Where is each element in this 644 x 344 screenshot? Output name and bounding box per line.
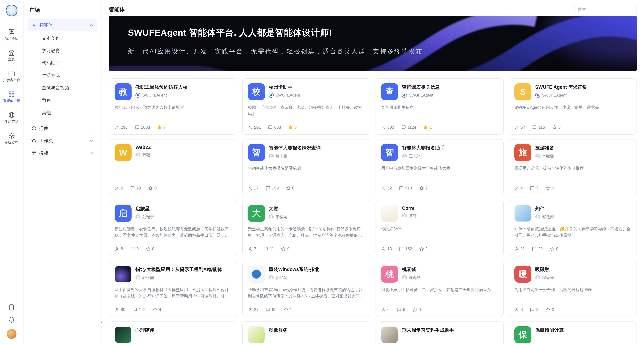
- rail-item-home[interactable]: 主页: [1, 50, 22, 61]
- user-avatar[interactable]: [7, 329, 16, 339]
- author-name: 郭忆闻: [542, 214, 554, 219]
- comment-icon: [399, 247, 404, 251]
- rail-item-eco-market[interactable]: 生态市场: [1, 112, 22, 123]
- users-count: 2: [121, 186, 123, 190]
- user-icon: [114, 186, 119, 190]
- star-stat[interactable]: 5: [288, 125, 297, 130]
- rail-item-agent-plaza[interactable]: 智能体广场: [1, 91, 22, 103]
- star-stat[interactable]: 0: [546, 186, 554, 190]
- agent-card[interactable]: 查 查询课表相关信息 SWUFEAgent 查询课表相关信息 500 1124: [376, 78, 504, 135]
- star-stat[interactable]: 2: [419, 186, 428, 190]
- agent-card-grid: 教 教职工因私预约访客入校 SWUFEAgent 教职工（因私）预约访客入校申请…: [109, 78, 637, 344]
- agent-stats: 27 199 0: [248, 186, 365, 190]
- folder-icon: [8, 70, 15, 77]
- agent-card[interactable]: W Web2Z 薛毅 2 29 0: [109, 139, 237, 195]
- agent-description: 河北小妞，性格可爱，二十岁少女，梦想是在全世界种满香菜: [381, 286, 498, 293]
- agent-card[interactable]: 大 大财 李静柔 聚焦学生高频使用的一卡通场景，以“一句话操作”替代多系统切换，…: [242, 200, 370, 256]
- comments-stat: 92: [266, 307, 276, 312]
- agent-stats: 6 8 0: [514, 307, 632, 312]
- stars-count: 0: [418, 307, 421, 312]
- tablet-icon[interactable]: [8, 304, 15, 311]
- author-avatar: [136, 275, 140, 280]
- star-stat[interactable]: 1: [284, 307, 292, 312]
- agent-author: 刘瑞宁: [136, 214, 154, 219]
- agent-icon-char: 智: [252, 147, 261, 158]
- author-avatar: [535, 93, 540, 98]
- agent-author: 郭忆闻: [269, 275, 320, 280]
- star-stat[interactable]: 0: [546, 307, 554, 312]
- star-stat[interactable]: 0: [146, 246, 154, 251]
- star-stat[interactable]: 2: [419, 246, 428, 251]
- sidebar-subitem-image-audio-video[interactable]: 图像与音视频: [28, 82, 97, 94]
- agent-card[interactable]: 桃 桃衰酱 顾晓涵 河北小妞，性格可爱，二十岁少女，梦想是在全世界种满香菜 6 …: [376, 261, 504, 317]
- sidebar-item-workflow[interactable]: 工作流: [28, 135, 97, 147]
- agent-card[interactable]: 保 保研绩测计算: [509, 321, 637, 344]
- swufe-logo[interactable]: [6, 5, 18, 16]
- comment-icon: [532, 125, 537, 130]
- agent-card[interactable]: Corm 陈杏 你的好伙计 13 152 2: [376, 200, 504, 256]
- comments-count: 116: [538, 125, 545, 130]
- star-stat[interactable]: 0: [412, 307, 421, 312]
- rail-item-developer-platform[interactable]: 开发者平台: [1, 70, 22, 82]
- agent-card[interactable]: 校 校园卡助手 SWUFEAgent 校园卡【付款码、查余额、充值、消费明细查询…: [242, 78, 370, 135]
- sidebar-item-agents[interactable]: 智能体: [28, 19, 97, 31]
- sidebar-subitem-text-creation[interactable]: 文本创作: [28, 32, 97, 45]
- star-stat[interactable]: 0: [286, 186, 294, 190]
- comment-icon: [268, 125, 272, 130]
- author-name: 郭忆闻: [142, 275, 154, 280]
- agent-card[interactable]: S SWUFE Agent 需求征集 SWUFEAgent SWUFE Agen…: [509, 78, 637, 135]
- agent-icon: [248, 326, 265, 343]
- agent-card[interactable]: 暖 暖融融 程天爱 为用户制定出一份合理、清晰的日程规划表 6 8: [509, 261, 637, 317]
- users-stat: 293: [114, 125, 128, 130]
- users-stat: 6: [514, 307, 523, 312]
- rail-item-system-admin[interactable]: 系统管理: [1, 132, 22, 144]
- agent-card[interactable]: 心理陪伴: [109, 321, 237, 344]
- star-icon: [284, 307, 288, 312]
- comment-icon: [135, 125, 140, 130]
- agent-card[interactable]: 知伴 郭忆闻 知伴：陪你把知识走通。🥳✨你的同伴型学习导师：不灌输、会引导。用小…: [509, 200, 637, 256]
- agent-card[interactable]: 教 教职工因私预约访客入校 SWUFEAgent 教职工（因私）预约访客入校申请…: [109, 78, 237, 135]
- agent-stats: 7 11 0: [248, 246, 365, 251]
- rail-label: 开发者平台: [3, 78, 20, 82]
- sidebar-collapse-button[interactable]: [99, 317, 104, 327]
- bell-icon[interactable]: [8, 316, 15, 323]
- agent-card[interactable]: 重装Windows系统-指北 郭忆闻 帮助学习重装Windows操作系统；需要进…: [242, 261, 370, 317]
- user-icon: [514, 125, 519, 130]
- agent-description: 校园卡【付款码、查余额、充值、消费明细查询、卡挂失、改密码】: [248, 104, 365, 117]
- sidebar-subitem-learning-education[interactable]: 学习教育: [28, 45, 97, 57]
- star-stat[interactable]: 0: [550, 246, 558, 251]
- sidebar-item-plugins[interactable]: 插件: [28, 122, 97, 135]
- agent-card[interactable]: 指北-大模型应用：从提示工程到AI智能体 郭忆闻 基于西南财经大学自编教材《大模…: [109, 261, 237, 317]
- agent-title: 智能体大赛报名情况查询: [269, 145, 321, 151]
- star-stat[interactable]: 0: [281, 246, 290, 251]
- star-stat[interactable]: 1: [423, 125, 432, 130]
- rail-item-new-chat[interactable]: 新建会话: [1, 29, 22, 40]
- author-name: 王志峰: [409, 154, 420, 159]
- star-stat[interactable]: 0: [148, 186, 157, 190]
- star-stat[interactable]: 3: [552, 125, 560, 130]
- sidebar-subitem-roles[interactable]: 角色: [28, 94, 97, 107]
- star-stat[interactable]: 7: [157, 125, 166, 130]
- agent-card[interactable]: 启 启蒙星 刘瑞宁 新生对选课、衣食住行、校规校纪等有无数问题，问学长姐效率低，…: [109, 200, 237, 256]
- stars-count: 0: [154, 186, 157, 190]
- agent-card[interactable]: 智 智能体大赛报名情况查询 贺丰宝 查询智能体大赛报名是否成功 27 199: [242, 139, 370, 195]
- card-head: 心理陪伴: [136, 326, 154, 343]
- agent-author: 贺丰宝: [269, 154, 321, 159]
- sidebar-subitem-lifestyle[interactable]: 生活方式: [28, 69, 97, 82]
- agent-card[interactable]: 期末周复习资料生成助手: [376, 321, 504, 344]
- search-input[interactable]: [574, 7, 636, 12]
- agent-card[interactable]: 智 智能体大赛报名助手 王志峰 用户申请参加西南财经大学智能体大赛 32 913: [376, 139, 504, 195]
- sidebar-subitem-others[interactable]: 其他: [28, 107, 97, 119]
- search-button[interactable]: [636, 5, 637, 14]
- sidebar-subitem-code-assistant[interactable]: 代码助手: [28, 57, 97, 69]
- author-avatar: [136, 153, 140, 157]
- agent-card[interactable]: 图像服务: [242, 321, 370, 344]
- rail-label: 智能体广场: [3, 99, 20, 103]
- star-stat[interactable]: 4: [153, 307, 161, 312]
- comment-icon: [399, 186, 404, 190]
- agent-icon-char: 查: [385, 86, 394, 98]
- card-top: 指北-大模型应用：从提示工程到AI智能体 郭忆闻: [114, 266, 232, 283]
- sidebar-item-templates[interactable]: 模板: [28, 147, 97, 159]
- users-count: 7: [254, 246, 256, 251]
- agent-card[interactable]: 旅 旅游准备 肖朦朦 根据用户需求，提供个性化的旅游推荐 4 7: [509, 139, 637, 195]
